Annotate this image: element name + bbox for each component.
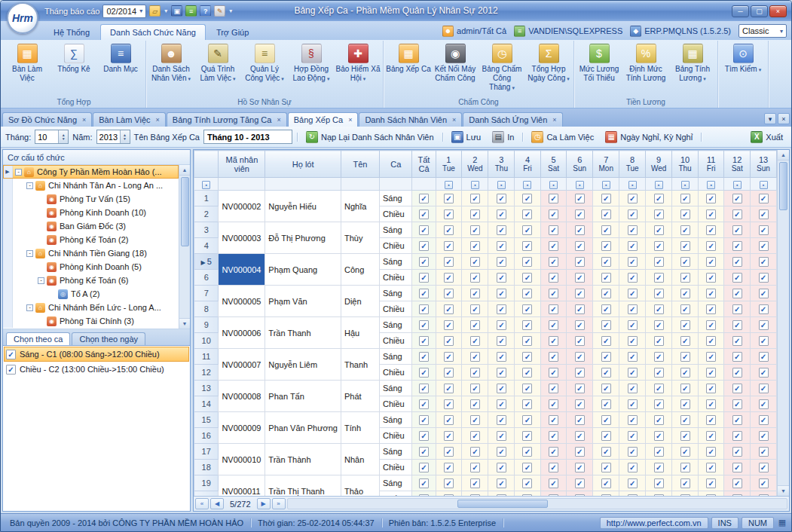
day-shift-checkbox[interactable]: ✓ [732,384,742,393]
month-input[interactable] [35,130,58,143]
day-shift-checkbox[interactable]: ✓ [759,289,769,298]
day-shift-checkbox[interactable]: ✓ [575,415,585,425]
day-shift-checkbox[interactable]: ✓ [549,225,558,235]
day-shift-checkbox[interactable]: ✓ [497,384,506,393]
day-shift-checkbox[interactable]: ✓ [497,273,506,283]
tree-item[interactable]: ◉Phòng Kinh Doanh (10) [3,206,179,219]
day-shift-cell[interactable]: ✓ [567,317,593,333]
maximize-button[interactable]: ▢ [751,5,768,17]
toolbar-button[interactable]: XXuất [747,130,787,145]
shift-name-cell[interactable]: Sáng [379,286,411,301]
tab-close-icon[interactable]: × [348,116,352,124]
day-shift-checkbox[interactable]: ✓ [497,463,506,472]
day-shift-cell[interactable]: ✓ [540,286,567,301]
tabs-close-icon[interactable]: × [778,113,790,124]
day-shift-checkbox[interactable]: ✓ [575,399,585,409]
year-input[interactable] [97,130,120,143]
all-days-checkbox[interactable]: ✓ [419,431,429,441]
day-shift-cell[interactable]: ✓ [488,381,515,396]
all-days-checkbox[interactable]: ✓ [419,478,429,488]
day-shift-checkbox[interactable]: ✓ [575,273,585,283]
day-shift-cell[interactable]: ✓ [462,475,488,491]
ribbon-button[interactable]: ▦Bảng Xếp Ca [385,41,432,97]
day-shift-checkbox[interactable]: ✓ [470,368,480,378]
all-days-checkbox[interactable]: ✓ [419,368,429,378]
day-shift-checkbox[interactable]: ✓ [497,399,506,409]
day-shift-cell[interactable]: ✓ [593,222,619,238]
tree-item[interactable]: -⌂Chi Nhánh Tiền Giang (18) [3,246,179,260]
all-days-cell[interactable]: ✓ [412,191,436,206]
all-days-checkbox[interactable]: ✓ [419,384,429,393]
employee-code-cell[interactable]: NV000004 [219,254,265,286]
day-shift-checkbox[interactable]: ✓ [575,304,585,314]
day-shift-checkbox[interactable]: ✓ [601,257,611,267]
employee-code-cell[interactable]: NV000005 [219,286,265,317]
day-shift-cell[interactable]: ✓ [672,412,699,428]
day-shift-cell[interactable]: ✓ [672,428,699,444]
day-shift-cell[interactable]: ✓ [593,428,619,444]
day-shift-cell[interactable]: ✓ [488,396,515,412]
all-days-cell[interactable]: ✓ [412,428,436,444]
day-shift-cell[interactable]: ✓ [751,317,777,333]
filter-checkbox-icon[interactable]: ▪ [707,181,715,189]
all-days-cell[interactable]: ✓ [412,444,436,460]
day-column-header[interactable]: 12Sat [724,151,751,178]
filter-cell[interactable]: ▪ [567,178,593,191]
tree-item[interactable]: -⌂Chi Nhánh Bến Lức - Long A... [3,301,179,314]
filter-cell[interactable]: ▪ [724,178,751,191]
day-shift-checkbox[interactable]: ✓ [549,336,558,346]
day-shift-checkbox[interactable]: ✓ [549,463,558,472]
day-shift-checkbox[interactable]: ✓ [706,194,716,203]
day-shift-checkbox[interactable]: ✓ [522,320,532,330]
day-shift-checkbox[interactable]: ✓ [575,478,585,488]
day-shift-checkbox[interactable]: ✓ [601,320,611,330]
day-shift-cell[interactable]: ✓ [751,349,777,365]
day-shift-cell[interactable]: ✓ [593,191,619,206]
day-shift-cell[interactable]: ✓ [540,191,567,206]
day-shift-checkbox[interactable]: ✓ [654,209,664,219]
day-shift-cell[interactable]: ✓ [462,191,488,206]
ribbon-button[interactable]: $Mức Lương Tối Thiểu [576,41,622,97]
day-shift-checkbox[interactable]: ✓ [522,241,532,251]
all-days-checkbox[interactable]: ✓ [419,399,429,409]
all-column-header[interactable]: Tất Cả [412,151,436,178]
all-days-cell[interactable]: ✓ [412,222,436,238]
employee-firstname-cell[interactable]: Tính [341,412,379,444]
day-shift-cell[interactable]: ✓ [699,365,724,381]
day-shift-checkbox[interactable]: ✓ [497,447,506,457]
day-shift-cell[interactable]: ✓ [593,317,619,333]
day-shift-checkbox[interactable]: ✓ [706,320,716,330]
shift-column-header[interactable]: Ca [379,151,411,178]
all-days-cell[interactable]: ✓ [412,286,436,301]
day-shift-checkbox[interactable]: ✓ [575,209,585,219]
scroll-up-icon[interactable]: ▲ [179,165,190,176]
day-shift-cell[interactable]: ✓ [724,349,751,365]
day-shift-checkbox[interactable]: ✓ [522,304,532,314]
filter-checkbox-icon[interactable]: ▪ [523,181,531,189]
day-shift-checkbox[interactable]: ✓ [601,399,611,409]
day-shift-cell[interactable]: ✓ [593,444,619,460]
day-shift-checkbox[interactable]: ✓ [549,257,558,267]
day-shift-cell[interactable]: ✓ [724,254,751,270]
day-shift-checkbox[interactable]: ✓ [444,368,454,378]
day-shift-cell[interactable]: ✓ [619,206,646,222]
day-shift-checkbox[interactable]: ✓ [628,257,638,267]
app-logo-icon[interactable]: Hrm [7,2,38,34]
shift-name-cell[interactable]: Chiều [379,396,411,412]
document-tab[interactable]: Sơ Đồ Chức Năng× [2,112,92,127]
filter-cell[interactable]: ▪ [619,178,646,191]
day-shift-cell[interactable]: ✓ [699,475,724,491]
day-shift-cell[interactable]: ✓ [619,412,646,428]
day-shift-cell[interactable]: ✓ [462,254,488,270]
day-shift-checkbox[interactable]: ✓ [470,384,480,393]
day-shift-checkbox[interactable]: ✓ [680,431,690,441]
day-shift-checkbox[interactable]: ✓ [680,352,690,362]
day-shift-checkbox[interactable]: ✓ [680,289,690,298]
document-tab[interactable]: Danh Sách Nhân Viên× [359,112,462,127]
day-shift-cell[interactable]: ✓ [672,191,699,206]
day-shift-cell[interactable]: ✓ [672,475,699,491]
day-shift-checkbox[interactable]: ✓ [549,209,558,219]
day-shift-checkbox[interactable]: ✓ [575,289,585,298]
employee-firstname-cell[interactable]: Nhân [341,444,379,475]
day-shift-cell[interactable]: ✓ [567,444,593,460]
